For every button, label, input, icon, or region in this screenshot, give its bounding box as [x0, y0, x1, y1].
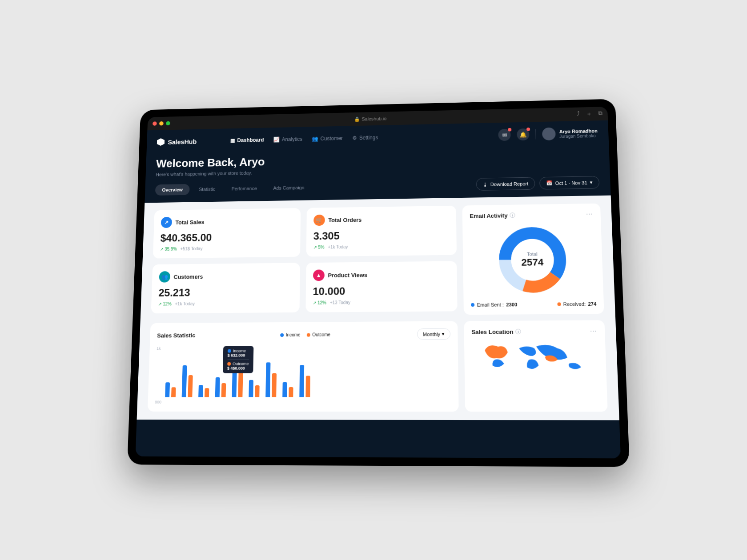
nav-analytics[interactable]: 📈Analytics — [273, 136, 303, 143]
stat-card-product-views: ▲Product Views 10.000 ↗ 12%+13 Today — [305, 261, 458, 312]
legend-sent: Email Sent : 2300 — [471, 302, 517, 308]
chevron-down-icon: ▾ — [590, 180, 593, 185]
bar-group[interactable] — [165, 382, 176, 397]
bell-icon: 🔔 — [520, 131, 527, 138]
view-tabs: Overview Statistic Perfomance Ads Campai… — [155, 182, 311, 196]
mail-button[interactable]: ✉ — [498, 129, 511, 141]
bar-outcome — [272, 373, 277, 397]
close-window-icon[interactable] — [153, 121, 157, 125]
download-report-button[interactable]: ⭳Download Report — [476, 177, 535, 191]
new-tab-icon[interactable]: ＋ — [586, 110, 592, 118]
lock-icon: 🔒 — [354, 116, 360, 122]
bar-outcome — [255, 385, 259, 397]
bar-group[interactable] — [299, 365, 310, 397]
bar-income — [299, 365, 304, 397]
bar-income — [265, 362, 270, 397]
nav-settings[interactable]: ⚙Settings — [352, 135, 378, 141]
brand-logo-icon — [157, 138, 165, 146]
people-icon: 👥 — [159, 271, 170, 283]
trend-badge: ↗ 12% — [313, 300, 326, 305]
legend-income: Income — [280, 332, 301, 337]
donut-center-value: 2574 — [521, 256, 544, 268]
header-actions: ✉ 🔔 Aryo Romadhon Juragan Sembako — [498, 127, 598, 141]
brand-name: SalesHub — [168, 138, 197, 145]
maximize-window-icon[interactable] — [166, 121, 170, 125]
date-range-picker[interactable]: 📅Oct 1 - Nov 31▾ — [539, 176, 600, 190]
email-activity-card: Email Activityi ⋯ Total 2574 — [462, 204, 604, 315]
divider — [535, 129, 536, 140]
bar-group[interactable] — [265, 362, 277, 397]
stat-value: 25.213 — [158, 286, 293, 299]
donut-center-label: Total — [527, 251, 538, 256]
tab-overview[interactable]: Overview — [155, 184, 190, 196]
bar-group[interactable] — [249, 380, 260, 397]
stat-card-total-sales: ↗Total Sales $40.365.00 ↗ 35,9%+51$ Toda… — [153, 208, 301, 258]
brand[interactable]: SalesHub — [157, 137, 197, 146]
window-controls — [153, 121, 170, 126]
legend-outcome: Outcome — [306, 332, 330, 337]
url-text: Saleshub.io — [362, 116, 387, 122]
trend-badge: ↗ 12% — [158, 301, 172, 306]
download-icon: ⭳ — [483, 182, 488, 187]
info-icon[interactable]: i — [510, 212, 515, 218]
chevron-down-icon: ▾ — [442, 331, 445, 337]
gear-icon: ⚙ — [352, 135, 357, 141]
tab-performance[interactable]: Perfomance — [225, 183, 264, 194]
bar-outcome — [289, 387, 293, 397]
minimize-window-icon[interactable] — [159, 121, 164, 125]
calendar-icon: 📅 — [546, 180, 552, 186]
card-title: Sales Statistic — [157, 332, 195, 339]
tab-statistic[interactable]: Statistic — [192, 183, 222, 195]
bar-outcome — [305, 376, 310, 397]
period-selector[interactable]: Monthly▾ — [417, 328, 451, 340]
sales-location-card: Sales Locationi ⋯ — [464, 320, 608, 412]
user-menu[interactable]: Aryo Romadhon Juragan Sembako — [542, 127, 598, 140]
mail-icon: ✉ — [502, 132, 507, 138]
screen: 🔒 Saleshub.io ⤴ ＋ ⧉ SalesHub ▦Dashboard … — [136, 107, 621, 458]
trend-badge: ↗ 5% — [313, 245, 324, 250]
more-button[interactable]: ⋯ — [586, 211, 594, 218]
stat-value: $40.365.00 — [160, 231, 293, 244]
stat-value: 3.305 — [313, 228, 449, 242]
bar-chart: 1k 800 Income $ 632.000 Outcome $ 450.00… — [155, 345, 451, 404]
tabs-icon[interactable]: ⧉ — [598, 110, 602, 117]
basket-icon: 🛒 — [313, 215, 325, 226]
nav-dashboard[interactable]: ▦Dashboard — [230, 137, 264, 144]
trend-badge: ↗ 35,9% — [160, 247, 177, 252]
bar-group[interactable] — [215, 377, 226, 397]
world-map — [471, 335, 599, 381]
bell-button[interactable]: 🔔 — [517, 128, 530, 140]
bar-income — [165, 382, 170, 397]
info-icon[interactable]: i — [515, 329, 521, 334]
tab-ads-campaign[interactable]: Ads Campaign — [266, 182, 311, 194]
bar-income — [198, 385, 203, 397]
bar-outcome — [171, 387, 176, 397]
stat-card-total-orders: 🛒Total Orders 3.305 ↗ 5%+1k Today — [306, 206, 457, 257]
nav-customer[interactable]: 👥Customer — [312, 135, 343, 142]
chart-icon: 📈 — [273, 136, 280, 142]
legend-received: Received: 274 — [557, 301, 597, 307]
more-button[interactable]: ⋯ — [590, 328, 598, 335]
share-icon[interactable]: ⤴ — [577, 110, 580, 118]
bar-group[interactable] — [182, 365, 193, 397]
bar-income — [282, 382, 287, 397]
people-icon: 👥 — [312, 136, 318, 142]
bar-group[interactable] — [282, 382, 293, 397]
dashboard-grid: ↗Total Sales $40.365.00 ↗ 35,9%+51$ Toda… — [137, 196, 619, 420]
layers-icon: ▲ — [313, 269, 325, 281]
bar-income — [215, 377, 220, 397]
bar-outcome — [205, 388, 209, 397]
bar-income — [249, 380, 253, 397]
user-subtitle: Juragan Sembako — [559, 133, 598, 139]
grid-icon: ▦ — [230, 138, 235, 144]
chart-tooltip: Income $ 632.000 Outcome $ 450.000 — [223, 346, 253, 373]
avatar — [542, 128, 556, 140]
tablet-device-frame: 🔒 Saleshub.io ⤴ ＋ ⧉ SalesHub ▦Dashboard … — [127, 99, 630, 467]
donut-chart: Total 2574 — [495, 224, 570, 296]
trend-up-icon: ↗ — [161, 217, 173, 228]
main-nav: ▦Dashboard 📈Analytics 👥Customer ⚙Setting… — [230, 135, 378, 144]
bar-outcome — [188, 375, 193, 397]
stat-card-customers: 👥Customers 25.213 ↗ 12%+1k Today — [151, 263, 300, 313]
bar-income — [182, 365, 187, 397]
bar-group[interactable] — [198, 385, 209, 397]
